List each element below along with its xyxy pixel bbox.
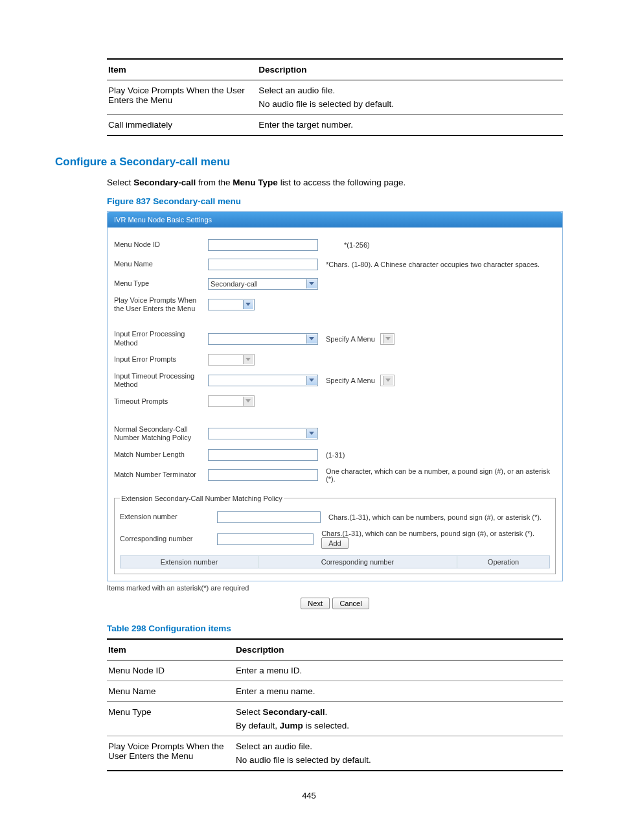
hint-extension-number: Chars.(1-31), which can be numbers, poun… [328,513,542,521]
cell-desc: Enter the target number. [257,115,563,136]
match-length-input[interactable] [208,449,318,461]
chevron-down-icon [246,399,251,402]
menu-name-input[interactable] [208,259,318,270]
chevron-down-icon [309,337,314,340]
label-input-error-prompts: Input Error Prompts [114,355,208,364]
grid-col-op: Operation [457,556,549,568]
cell-item: Call immediately [107,115,257,136]
normal-policy-select[interactable] [208,428,318,439]
table-row: Call immediately Enter the target number… [107,115,563,136]
fieldset-legend: Extension Secondary-Call Number Matching… [120,495,284,502]
chevron-down-icon [246,358,251,361]
chevron-down-icon [309,432,314,435]
th-item: Item [107,639,235,660]
play-prompts-select[interactable] [208,299,255,310]
cell-item: Menu Type [107,701,235,736]
hint-menu-node-id: *(1-256) [344,241,370,249]
intro-text: Select Secondary-call from the Menu Type… [107,178,563,187]
figure-caption: Figure 837 Secondary-call menu [107,196,563,206]
table-row: Play Voice Prompts When the User Enters … [107,736,563,771]
required-note: Items marked with an asterisk(*) are req… [107,581,563,593]
table-row: Play Voice Prompts When the User Enters … [107,80,563,115]
grid-col-corr: Corresponding number [258,556,457,568]
cell-desc: Enter a menu ID. [235,660,563,681]
panel-title: IVR Menu Node Basic Settings [108,212,562,228]
label-normal-policy: Normal Secondary-Call Number Matching Po… [114,425,208,442]
input-error-prompts-select[interactable] [208,354,255,366]
chevron-down-icon [385,379,391,382]
config-items-table-298: Item Description Menu Node ID Enter a me… [107,638,563,771]
th-desc: Description [235,639,563,660]
th-item: Item [107,59,257,80]
cell-item: Play Voice Prompts When the User Enters … [107,80,257,115]
label-menu-type: Menu Type [114,279,208,288]
label-specify-menu: Specify A Menu [326,377,375,384]
menu-type-select[interactable]: Secondary-call [208,278,318,290]
cell-item: Menu Node ID [107,660,235,681]
table-row: Menu Name Enter a menu name. [107,681,563,701]
ivr-settings-panel: IVR Menu Node Basic Settings Menu Node I… [107,211,563,581]
th-desc: Description [257,59,563,80]
config-items-table-cont: Item Description Play Voice Prompts When… [107,58,563,136]
page-number: 445 [55,791,563,800]
add-button[interactable]: Add [321,537,349,549]
extension-number-input[interactable] [217,511,321,523]
label-input-error-method: Input Error Processing Method [114,330,208,347]
label-menu-name: Menu Name [114,260,208,268]
hint-menu-name: *Chars. (1-80). A Chinese character occu… [326,261,540,268]
chevron-down-icon [309,379,314,382]
extension-grid-header: Extension number Corresponding number Op… [120,555,550,568]
label-extension-number: Extension number [120,513,217,521]
label-play-prompts: Play Voice Prompts When the User Enters … [114,296,208,313]
grid-col-ext: Extension number [120,556,258,568]
hint-match-terminator: One character, which can be a number, a … [326,467,553,483]
match-terminator-input[interactable] [208,469,318,481]
cell-desc: Select Secondary-call. By default, Jump … [235,701,563,736]
specify-menu-select[interactable] [380,375,395,386]
label-match-terminator: Match Number Terminator [114,471,208,479]
input-error-method-select[interactable] [208,333,318,345]
cell-desc: Enter a menu name. [235,681,563,701]
corresponding-number-input[interactable] [217,533,314,545]
label-match-length: Match Number Length [114,450,208,459]
chevron-down-icon [385,337,391,340]
label-input-timeout-method: Input Timeout Processing Method [114,372,208,389]
table-row: Menu Type Select Secondary-call. By defa… [107,701,563,736]
chevron-down-icon [309,282,314,285]
hint-corresponding-number: Chars.(1-31), which can be numbers, poun… [321,530,550,549]
cell-item: Play Voice Prompts When the User Enters … [107,736,235,771]
input-timeout-method-select[interactable] [208,375,318,386]
label-specify-menu: Specify A Menu [326,335,375,343]
hint-match-length: (1-31) [326,451,345,459]
cancel-button[interactable]: Cancel [332,598,369,609]
table-caption: Table 298 Configuration items [107,624,563,633]
next-button[interactable]: Next [301,598,330,609]
label-menu-node-id: Menu Node ID [114,240,208,249]
cell-item: Menu Name [107,681,235,701]
chevron-down-icon [246,303,251,306]
section-heading: Configure a Secondary-call menu [55,156,563,169]
label-timeout-prompts: Timeout Prompts [114,397,208,406]
label-corresponding-number: Corresponding number [120,535,217,543]
extension-policy-fieldset: Extension Secondary-Call Number Matching… [114,495,556,574]
menu-node-id-input[interactable] [208,239,318,251]
specify-menu-select[interactable] [380,333,395,345]
table-row: Menu Node ID Enter a menu ID. [107,660,563,681]
cell-desc: Select an audio file. No audio file is s… [257,80,563,115]
timeout-prompts-select[interactable] [208,395,255,407]
cell-desc: Select an audio file. No audio file is s… [235,736,563,771]
